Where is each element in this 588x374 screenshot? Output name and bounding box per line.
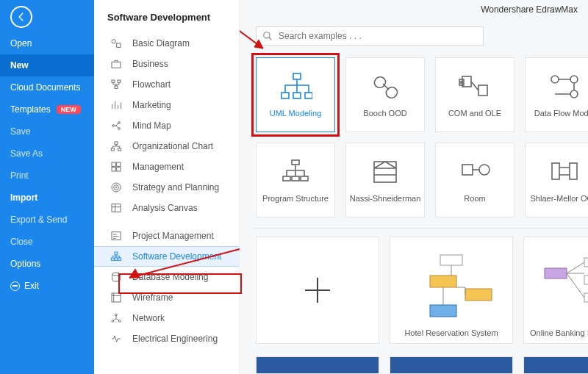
category-flowchart[interactable]: Flowchart bbox=[94, 74, 239, 95]
template-thumb bbox=[396, 243, 506, 328]
category-strategy-and-planning[interactable]: Strategy and Planning bbox=[94, 177, 239, 198]
category-network[interactable]: Network bbox=[94, 308, 239, 328]
nav-item-close[interactable]: Close bbox=[0, 231, 94, 253]
category-organizational-chart[interactable]: Organizational Chart bbox=[94, 136, 239, 157]
tile-label: Nassi-Shneiderman bbox=[350, 194, 421, 203]
category-management[interactable]: Management bbox=[94, 157, 239, 177]
svg-rect-57 bbox=[440, 255, 462, 265]
template-caption: Hotel Reservation System bbox=[396, 328, 506, 337]
category-label: Mind Map bbox=[132, 121, 171, 131]
category-mind-map[interactable]: Mind Map bbox=[94, 115, 239, 136]
template-card[interactable] bbox=[523, 356, 588, 374]
svg-rect-21 bbox=[115, 252, 118, 254]
category-label: Management bbox=[132, 162, 184, 172]
breadcrumb: Software Development bbox=[94, 0, 239, 33]
category-project-management[interactable]: Project Management bbox=[94, 226, 239, 246]
template-card[interactable] bbox=[390, 356, 513, 374]
canvas-icon bbox=[110, 202, 122, 214]
search-input[interactable] bbox=[279, 31, 477, 41]
nav-item-exit[interactable]: Exit bbox=[0, 275, 94, 297]
category-electrical-engineering[interactable]: Electrical Engineering bbox=[94, 328, 239, 349]
wire-icon bbox=[110, 292, 122, 303]
nav-item-cloud-documents[interactable]: Cloud Documents bbox=[0, 76, 94, 98]
nav-item-label: Save As bbox=[10, 148, 43, 159]
svg-rect-1 bbox=[117, 43, 121, 47]
svg-rect-62 bbox=[584, 258, 588, 267]
svg-point-7 bbox=[118, 122, 121, 124]
svg-point-27 bbox=[115, 314, 118, 316]
svg-rect-34 bbox=[293, 93, 301, 98]
svg-point-6 bbox=[112, 125, 115, 127]
category-label: Basic Diagram bbox=[132, 38, 190, 48]
brand-label: Wondershare EdrawMax bbox=[481, 4, 578, 15]
category-label: Project Management bbox=[132, 231, 214, 241]
svg-rect-48 bbox=[301, 176, 308, 181]
tile-shlaer-mellor-ooa[interactable]: Shlaer-Mellor OOA bbox=[525, 143, 588, 217]
nav-item-label: Close bbox=[10, 237, 33, 247]
tile-data-flow-model[interactable]: Data Flow Model bbox=[525, 57, 588, 132]
nav-item-print[interactable]: Print bbox=[0, 165, 94, 187]
tile-booch-ood[interactable]: Booch OOD bbox=[345, 57, 425, 132]
nav-item-save[interactable]: Save bbox=[0, 121, 94, 143]
uml-icon bbox=[110, 251, 122, 262]
category-database-modeling[interactable]: Database Modeling bbox=[94, 267, 239, 287]
tile-label: Data Flow Model bbox=[534, 109, 588, 118]
tile-glyph-icon bbox=[279, 157, 312, 187]
nav-item-new[interactable]: New bbox=[0, 54, 94, 76]
svg-rect-22 bbox=[111, 258, 114, 260]
nav-item-import[interactable]: Import bbox=[0, 187, 94, 209]
diagram-thumb-icon bbox=[537, 251, 588, 321]
category-label: Database Modeling bbox=[132, 272, 208, 282]
bars-icon bbox=[110, 99, 122, 111]
nav-item-label: Save bbox=[10, 126, 30, 137]
new-badge: NEW bbox=[57, 105, 81, 114]
svg-rect-13 bbox=[117, 162, 121, 166]
svg-point-43 bbox=[570, 76, 578, 83]
file-nav-sidebar: OpenNewCloud DocumentsTemplatesNEWSaveSa… bbox=[0, 0, 94, 374]
category-label: Marketing bbox=[132, 100, 171, 110]
tile-label: Shlaer-Mellor OOA bbox=[531, 194, 588, 203]
template-thumb bbox=[530, 243, 588, 328]
tile-room[interactable]: Room bbox=[435, 143, 514, 217]
template-card[interactable]: Hotel Reservation System bbox=[390, 237, 513, 344]
tile-label: COM and OLE bbox=[448, 109, 501, 118]
category-software-development[interactable]: Software Development bbox=[94, 246, 239, 267]
svg-rect-20 bbox=[112, 232, 121, 240]
tile-glyph-icon bbox=[548, 72, 581, 101]
template-card[interactable]: Online Banking Sms Customer bbox=[523, 237, 588, 344]
nav-item-export-send[interactable]: Export & Send bbox=[0, 209, 94, 231]
svg-rect-32 bbox=[293, 73, 301, 79]
nav-item-options[interactable]: Options bbox=[0, 253, 94, 275]
tile-nassi-shneiderman[interactable]: Nassi-Shneiderman bbox=[345, 143, 425, 217]
search-box[interactable] bbox=[256, 26, 484, 46]
svg-point-42 bbox=[551, 76, 559, 83]
back-button[interactable] bbox=[10, 6, 32, 28]
svg-rect-64 bbox=[584, 293, 588, 302]
svg-rect-63 bbox=[584, 276, 588, 284]
category-label: Business bbox=[132, 59, 168, 69]
svg-rect-40 bbox=[459, 83, 464, 85]
nav-item-open[interactable]: Open bbox=[0, 32, 94, 54]
svg-rect-50 bbox=[462, 165, 473, 175]
svg-point-18 bbox=[115, 187, 116, 187]
category-analysis-canvas[interactable]: Analysis Canvas bbox=[94, 198, 239, 218]
svg-rect-35 bbox=[305, 93, 312, 98]
svg-rect-45 bbox=[292, 160, 299, 165]
tile-program-structure[interactable]: Program Structure bbox=[256, 143, 335, 217]
template-blank[interactable] bbox=[256, 237, 379, 344]
category-business[interactable]: Business bbox=[94, 54, 239, 74]
diagram-thumb-icon bbox=[404, 251, 499, 321]
category-wireframe[interactable]: Wireframe bbox=[94, 287, 239, 308]
template-card[interactable] bbox=[256, 356, 379, 374]
tile-uml-modeling[interactable]: UML Modeling bbox=[256, 57, 335, 132]
nav-item-save-as[interactable]: Save As bbox=[0, 143, 94, 165]
exit-icon bbox=[10, 281, 20, 291]
svg-rect-12 bbox=[112, 162, 115, 166]
nav-item-label: Open bbox=[10, 38, 32, 48]
category-basic-diagram[interactable]: Basic Diagram bbox=[94, 33, 239, 54]
category-marketing[interactable]: Marketing bbox=[94, 95, 239, 115]
nav-item-templates[interactable]: TemplatesNEW bbox=[0, 98, 94, 121]
tile-com-and-ole[interactable]: COM and OLE bbox=[435, 57, 514, 132]
svg-rect-19 bbox=[112, 204, 121, 212]
svg-rect-10 bbox=[111, 148, 114, 151]
